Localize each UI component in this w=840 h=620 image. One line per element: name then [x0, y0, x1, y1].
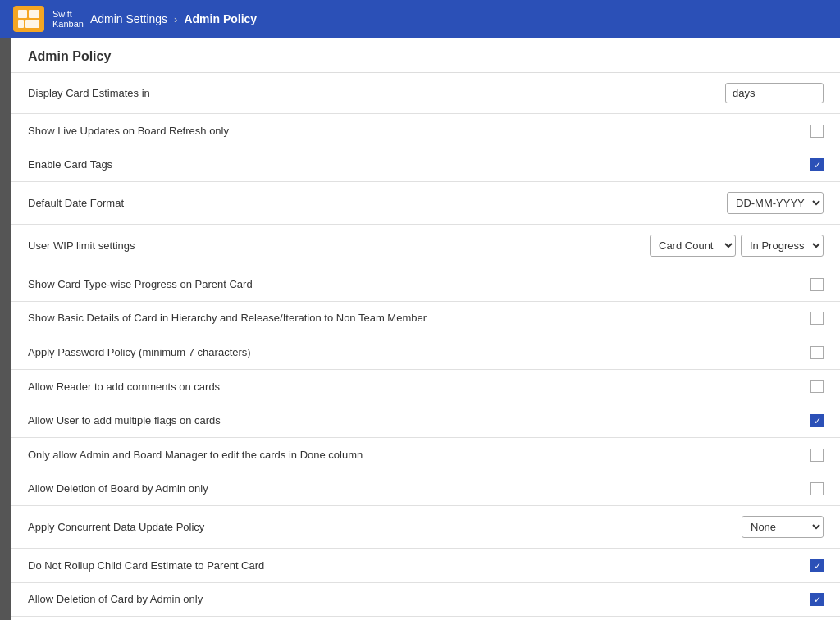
setting-control	[578, 472, 840, 506]
svg-rect-2	[18, 20, 24, 28]
setting-control	[578, 114, 840, 148]
display-card-estimates-input[interactable]	[725, 83, 824, 103]
default-date-format-select[interactable]: DD-MM-YYYYMM-DD-YYYYYYYY-MM-DD	[727, 192, 824, 214]
setting-label: Default Date Format	[11, 182, 578, 225]
svg-rect-0	[18, 10, 27, 18]
setting-label: Show Live Updates on Board Refresh only	[11, 114, 578, 148]
svg-rect-1	[29, 10, 39, 18]
breadcrumb-parent[interactable]: Admin Settings	[90, 12, 167, 25]
setting-label: User WIP limit settings	[11, 225, 578, 267]
table-row: Apply Password Policy (minimum 7 charact…	[11, 335, 840, 370]
table-row: Only allow Admin and Board Manager to ed…	[11, 437, 840, 472]
table-row: Do Not Rollup Child Card Estimate to Par…	[11, 549, 840, 583]
setting-control	[578, 267, 840, 302]
table-row: User WIP limit settingsCard CountStory P…	[11, 225, 840, 267]
only-admin-edit-done-checkbox[interactable]	[810, 449, 824, 462]
table-row: Show Live Updates on Board Refresh only	[11, 114, 840, 148]
setting-control	[578, 582, 840, 617]
sidebar	[0, 38, 11, 620]
table-row: Display Card Estimates in	[11, 73, 840, 114]
setting-label: Display Card Estimates in	[11, 73, 578, 114]
setting-control	[578, 335, 840, 370]
setting-label: Enable Card Tags	[11, 148, 578, 182]
wip-type-select[interactable]: Card CountStory Points	[650, 235, 736, 257]
do-not-rollup-checkbox[interactable]	[810, 559, 824, 572]
table-row: Default Date FormatDD-MM-YYYYMM-DD-YYYYY…	[11, 182, 840, 225]
apply-password-policy-checkbox[interactable]	[810, 346, 824, 359]
setting-label: Allow Deletion of Card by Admin only	[11, 582, 578, 617]
setting-label: Show Card Type-wise Progress on Parent C…	[11, 267, 578, 302]
page-title: Admin Policy	[11, 38, 840, 73]
setting-label: Apply Password Policy (minimum 7 charact…	[11, 335, 578, 370]
table-row: Allow Only Admin to Add Business Rules	[11, 617, 840, 620]
setting-label: Show Basic Details of Card in Hierarchy …	[11, 301, 578, 335]
logo-text: Swift Kanban	[52, 9, 84, 29]
svg-rect-3	[25, 20, 39, 28]
table-row: Allow Deletion of Card by Admin only	[11, 582, 840, 617]
setting-label: Do Not Rollup Child Card Estimate to Par…	[11, 549, 578, 583]
table-row: Enable Card Tags	[11, 148, 840, 182]
allow-deletion-board-checkbox[interactable]	[810, 482, 824, 495]
setting-control	[578, 617, 840, 620]
show-live-updates-checkbox[interactable]	[810, 125, 824, 138]
settings-table: Display Card Estimates inShow Live Updat…	[11, 73, 840, 620]
table-row: Allow Deletion of Board by Admin only	[11, 472, 840, 506]
setting-control	[578, 73, 840, 114]
allow-deletion-card-checkbox[interactable]	[810, 593, 824, 606]
setting-label: Allow User to add multiple flags on card…	[11, 403, 578, 438]
allow-multiple-flags-checkbox[interactable]	[810, 414, 824, 427]
breadcrumb-current: Admin Policy	[184, 12, 257, 25]
setting-control: NoneOptimisticPessimistic	[578, 506, 840, 549]
setting-control	[578, 301, 840, 335]
setting-label: Allow Reader to add comments on cards	[11, 369, 578, 403]
setting-control: Card CountStory PointsIn ProgressDoneTo …	[578, 225, 840, 267]
logo[interactable]	[13, 6, 44, 32]
wip-controls: Card CountStory PointsIn ProgressDoneTo …	[594, 235, 824, 257]
apply-concurrent-update-select[interactable]: NoneOptimisticPessimistic	[742, 516, 824, 538]
setting-label: Only allow Admin and Board Manager to ed…	[11, 437, 578, 472]
setting-control: DD-MM-YYYYMM-DD-YYYYYYYY-MM-DD	[578, 182, 840, 225]
content-area: Admin Policy Display Card Estimates inSh…	[11, 38, 840, 620]
setting-control	[578, 549, 840, 583]
enable-card-tags-checkbox[interactable]	[810, 158, 824, 171]
setting-label: Allow Only Admin to Add Business Rules	[11, 617, 578, 620]
setting-label: Allow Deletion of Board by Admin only	[11, 472, 578, 506]
table-row: Apply Concurrent Data Update PolicyNoneO…	[11, 506, 840, 549]
setting-label: Apply Concurrent Data Update Policy	[11, 506, 578, 549]
setting-control	[578, 403, 840, 438]
setting-control	[578, 148, 840, 182]
table-row: Allow User to add multiple flags on card…	[11, 403, 840, 438]
table-row: Allow Reader to add comments on cards	[11, 369, 840, 403]
wip-status-select[interactable]: In ProgressDoneTo Do	[741, 235, 824, 257]
breadcrumb: Admin Settings › Admin Policy	[90, 12, 257, 25]
header: Swift Kanban Admin Settings › Admin Poli…	[0, 0, 840, 38]
breadcrumb-chevron: ›	[174, 13, 177, 25]
setting-control	[578, 369, 840, 403]
table-row: Show Card Type-wise Progress on Parent C…	[11, 267, 840, 302]
show-card-type-progress-checkbox[interactable]	[810, 278, 824, 291]
allow-reader-comments-checkbox[interactable]	[810, 380, 824, 393]
show-basic-details-checkbox[interactable]	[810, 312, 824, 325]
setting-control	[578, 437, 840, 472]
table-row: Show Basic Details of Card in Hierarchy …	[11, 301, 840, 335]
